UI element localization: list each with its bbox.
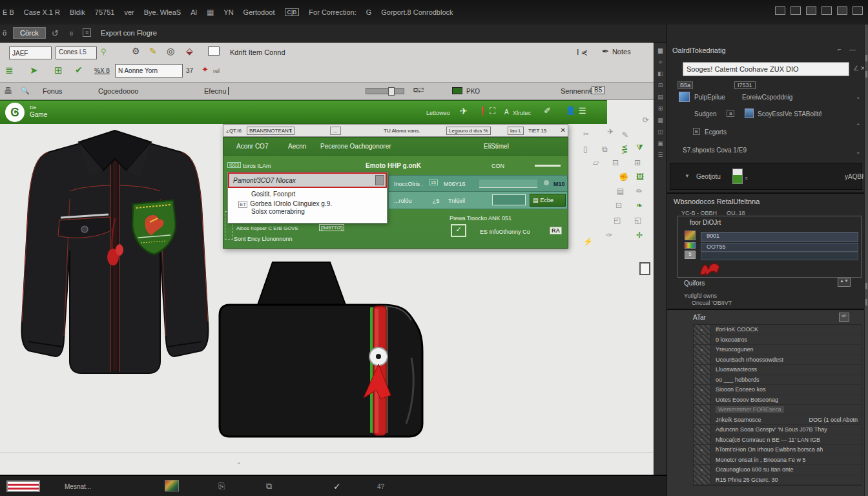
thumb-photo[interactable] (685, 231, 696, 240)
bag-object[interactable] (218, 261, 426, 440)
list-item[interactable]: ◦R15 Phnu 26 Gcterc. 30 (694, 475, 862, 486)
canvas-tool-icon[interactable]: ❧ (636, 202, 643, 209)
tool-icons[interactable]: Ⅰ ⋞ (577, 48, 588, 57)
canvas-tool-icon[interactable]: ⋚ (621, 145, 628, 153)
teal1-input[interactable] (479, 180, 537, 188)
dropdown-item[interactable]: ETGorbea IOrolo Ciinguiex g.9. (228, 199, 387, 207)
grid-tool-icon[interactable]: ⊞ (54, 65, 63, 76)
home-button[interactable]: ö (3, 29, 6, 37)
list-icon[interactable]: ≡ (83, 28, 91, 37)
red-bird-icon[interactable]: ✦ (202, 65, 209, 74)
preset-dropdown[interactable]: Cones L5 (56, 46, 97, 59)
ribbon-item[interactable]: Cgocedoooo (98, 87, 138, 95)
dropdown-item[interactable]: Solsx comerabring (228, 207, 387, 215)
window-control-icon[interactable] (837, 6, 847, 15)
pages-icon[interactable]: ⧉ (266, 482, 272, 490)
canvas-tool-icon[interactable]: ✊ (619, 173, 628, 181)
dropdown-arrow-icon[interactable]: ▼ (685, 173, 690, 179)
canvas-tool-icon[interactable]: ⧩ (636, 143, 643, 151)
options-label[interactable]: Quifors (684, 280, 705, 287)
right-edge-strip[interactable] (864, 25, 868, 496)
striped-doc-icon[interactable] (6, 480, 40, 492)
list-item-empty[interactable] (701, 253, 858, 260)
list-item[interactable]: ◦Jnkeik SoamosceDOG (1 ocel Abotn (694, 415, 862, 426)
strip-icon[interactable]: ▦ (657, 118, 663, 123)
strip-icon[interactable]: ☰ (657, 152, 663, 158)
menu-item[interactable]: Bldik (70, 8, 85, 16)
canvas-tool-icon[interactable]: ▱ (593, 159, 599, 167)
font-a-icon[interactable]: a (727, 110, 734, 117)
menu-item[interactable]: G (366, 8, 372, 16)
panel3-grid-icon[interactable]: w³ (839, 313, 849, 322)
menu-item[interactable]: YN (223, 8, 233, 16)
canvas-tool-icon[interactable]: ✏ (636, 187, 643, 195)
list-item[interactable]: ◦Nltoca(c8 Comrauc n BE — 11' LAN IGB (694, 435, 862, 446)
titlebar-item[interactable]: Legouro d dus % (446, 127, 491, 135)
zoom-label[interactable]: %X 8 (94, 67, 110, 74)
size-slider[interactable] (366, 88, 404, 94)
page-icon[interactable] (639, 262, 650, 275)
ribbon-item[interactable]: Fonus (43, 87, 63, 95)
panel1-dark-row[interactable]: ▼ Geotjotu ᴇ yAQBIU (670, 163, 862, 190)
minimize-icon[interactable]: — (849, 46, 856, 53)
printer-icon[interactable]: 🖶 (4, 86, 12, 96)
panel1-row3[interactable]: Ecgorts (705, 129, 727, 136)
chevron-icon[interactable]: ⌄ (856, 149, 861, 155)
list-item[interactable]: ◦Monetcr onsat in , Bnooana Fe w 5 (694, 455, 862, 466)
list-item[interactable]: ▪Yreuocogunen (694, 345, 862, 355)
list-item[interactable]: ▪Ocaunagluoo 600 su Itan onte (694, 465, 862, 475)
titlebar-item[interactable]: lao L (508, 127, 524, 135)
grid-icon[interactable]: ▦ (207, 8, 214, 16)
record-dot-icon[interactable] (544, 180, 549, 185)
strip-icon[interactable]: ▣ (657, 141, 663, 147)
panel1-row4[interactable]: S7.shpoxts Cova 1/E9 (683, 147, 747, 154)
list-item[interactable]: ◦oo ___ hebberds (694, 375, 862, 386)
teal2-box[interactable] (492, 194, 526, 205)
shape-icon[interactable]: ⬙ (186, 46, 193, 56)
list-item[interactable]: ▪Lluoswaacteoss (694, 365, 862, 375)
sidebar-search-input[interactable] (683, 62, 849, 76)
alert-icon[interactable]: ❗ (478, 107, 488, 116)
pen-icon[interactable]: ✎ (149, 46, 157, 56)
window-control-icon[interactable] (775, 6, 785, 15)
list-item[interactable]: ◦0 loxeoatros (694, 335, 862, 346)
menu-item[interactable]: Gertodoot (243, 8, 275, 16)
rotate-page-icon[interactable]: ⎘ (218, 482, 225, 490)
canvas-tool-icon[interactable]: ✂ (583, 131, 588, 138)
confirm-checkbox[interactable]: ✓ (451, 224, 466, 237)
dialog-titlebar[interactable]: ¿QT.I6 BRANSNOTEANT 1 ... TU Alama vans.… (223, 124, 568, 137)
menu-lines-icon[interactable]: ☰ (579, 106, 586, 116)
canvas-tool-icon[interactable]: ✑ (606, 231, 612, 239)
strip-icon[interactable]: ▆ (658, 48, 663, 54)
menu-item[interactable]: Gorport.8 Conrodblock (381, 8, 453, 16)
ribbon-badge[interactable]: B5 (592, 86, 604, 94)
menu-item[interactable]: Case X.1 R (24, 8, 60, 16)
footer-chip[interactable]: [54977/2] (319, 224, 344, 231)
menu-item[interactable]: ver (124, 8, 134, 16)
canvas-tool-icon[interactable]: ▤ (617, 187, 624, 195)
menu-item[interactable]: Bye. WleaS (144, 8, 181, 16)
dialog-tab[interactable]: Pecerone Oachogonorer (320, 143, 391, 150)
magnifier-icon[interactable]: 🔍 (21, 87, 30, 95)
thumb-gray[interactable]: 5 (685, 251, 696, 259)
list-item[interactable]: ▪Wemmmmer FOREseca (694, 405, 862, 415)
format-input[interactable] (9, 46, 52, 59)
list-item[interactable]: ▪Siooon Eoceeo kos (694, 385, 862, 395)
document-icon[interactable]: C|B (285, 8, 300, 16)
list-item[interactable]: OOT55 (701, 243, 858, 252)
strip-icon[interactable]: ◧ (657, 71, 663, 77)
e-box-icon[interactable]: E (693, 128, 700, 135)
dropdown-item[interactable]: Gositit. Foonprt (228, 188, 387, 199)
canvas-tool-icon[interactable]: ▯ (583, 145, 588, 153)
dialog-tab[interactable]: Aecnn (288, 143, 306, 150)
canvas-tool-icon[interactable]: ⧉ (602, 145, 608, 153)
send-icon[interactable]: ✈ (460, 106, 468, 116)
check-leaf-icon[interactable]: ✔ (75, 65, 83, 75)
scroll-thumb[interactable] (375, 175, 384, 185)
chevron-icon[interactable]: ⌃ (856, 123, 861, 129)
panel1-row2-left[interactable]: Sudgen (694, 110, 716, 118)
window-icon[interactable] (208, 46, 220, 56)
window-control-icon[interactable] (790, 6, 801, 15)
pen-notes-icon[interactable]: ✒ (602, 46, 609, 56)
strip-icon[interactable]: ▤ (657, 94, 663, 100)
